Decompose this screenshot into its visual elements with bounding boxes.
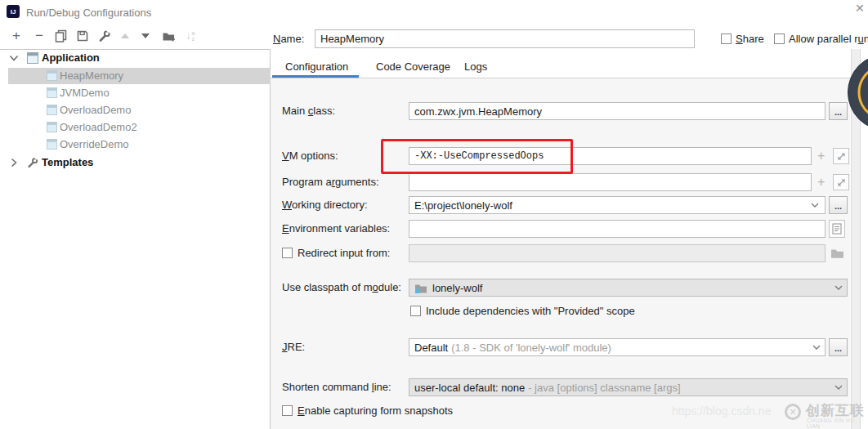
tree-item-overloaddemo[interactable]: OverloadDemo (0, 102, 271, 118)
tree-item-overloaddemo2[interactable]: OverloadDemo2 (0, 119, 271, 136)
enable-snapshots-checkbox[interactable] (282, 405, 293, 416)
jre-combobox[interactable]: Default (1.8 - SDK of 'lonely-wolf' modu… (409, 338, 825, 356)
redirect-input-field (409, 244, 825, 262)
working-directory-field[interactable]: E:\project\lonely-wolf (409, 196, 825, 214)
chevron-down-icon[interactable] (812, 345, 821, 351)
move-down-button[interactable] (136, 27, 154, 45)
tree-item-jvmdemo[interactable]: JVMDemo (0, 85, 271, 101)
jre-browse-button[interactable]: ... (829, 338, 848, 356)
wrench-icon (27, 157, 38, 168)
working-directory-browse-button[interactable]: ... (829, 196, 848, 214)
tree-group-application[interactable]: Application (0, 50, 271, 66)
module-icon (414, 283, 427, 293)
tree-item-heapmemory[interactable]: HeapMemory (8, 68, 271, 84)
triangle-down-icon (141, 34, 150, 38)
chevron-down-icon[interactable] (834, 285, 843, 291)
ellipsis-icon: ... (834, 346, 842, 351)
copy-icon (55, 29, 68, 42)
vm-options-add-icon[interactable]: + (817, 150, 825, 163)
program-arguments-field[interactable] (409, 173, 812, 191)
allow-parallel-run-label: Allow parallel run (789, 33, 868, 45)
environment-variables-label: Environment variables: (282, 220, 390, 238)
include-provided-label: Include dependencies with "Provided" sco… (426, 305, 635, 317)
application-config-icon (47, 87, 57, 98)
tree-item-overridedemo[interactable]: OverrideDemo (0, 136, 271, 153)
move-up-button[interactable] (116, 27, 134, 45)
main-class-field[interactable]: com.zwx.jvm.HeapMemory (409, 102, 825, 120)
shorten-command-line-label: Shorten command line: (282, 378, 391, 396)
progress-arc-icon (848, 55, 868, 130)
vm-options-label: VM options: (282, 147, 338, 165)
minus-icon: − (35, 28, 43, 44)
application-config-icon (47, 139, 57, 150)
folder-add-icon (162, 30, 177, 42)
program-arguments-expand-button[interactable] (833, 174, 849, 190)
jre-label: JRE: (282, 338, 305, 356)
environment-variables-field[interactable] (409, 220, 825, 238)
share-checkbox[interactable] (721, 34, 732, 44)
create-new-folder-button[interactable] (160, 27, 178, 45)
sort-configurations-button[interactable]: ↓ az (181, 27, 199, 45)
shorten-command-line-combobox[interactable]: user-local default: none - java [options… (409, 378, 848, 396)
name-input[interactable] (315, 29, 695, 48)
ellipsis-icon: ... (834, 110, 842, 114)
expand-icon (836, 177, 847, 188)
environment-variables-browse-button[interactable] (829, 220, 845, 238)
run-debug-configurations-dialog: IJ Run/Debug Configurations ✕ + − (0, 0, 868, 429)
redirect-input-label: Redirect input from: (298, 247, 390, 259)
add-button[interactable]: + (7, 27, 25, 45)
tab-configuration[interactable]: Configuration (285, 60, 348, 73)
intellij-logo-icon: IJ (7, 5, 20, 18)
expand-icon (836, 151, 847, 162)
overlay-circle-button[interactable] (848, 54, 868, 131)
ellipsis-icon: ... (834, 204, 842, 208)
chevron-down-icon[interactable] (834, 385, 843, 391)
vm-options-expand-button[interactable] (833, 148, 849, 164)
folder-icon (830, 248, 844, 258)
vm-options-field[interactable]: -XX:-UseCompressedOops (409, 147, 812, 165)
working-directory-label: Working directory: (282, 196, 368, 214)
program-arguments-label: Program arguments: (282, 173, 379, 191)
share-label: Share (736, 33, 764, 45)
list-icon (832, 223, 842, 235)
application-icon (27, 52, 38, 64)
include-provided-checkbox[interactable] (410, 306, 421, 316)
wrench-icon (98, 29, 111, 42)
copy-configuration-button[interactable] (52, 27, 70, 45)
module-combobox[interactable]: lonely-wolf (409, 279, 848, 297)
chevron-down-icon[interactable] (811, 203, 819, 208)
application-config-icon (47, 70, 57, 81)
plus-icon: + (12, 28, 20, 44)
active-tab-indicator (272, 75, 359, 78)
redirect-input-checkbox[interactable] (282, 248, 293, 258)
tree-group-templates[interactable]: Templates (0, 154, 271, 171)
module-classpath-label: Use classpath of module: (282, 279, 401, 297)
triangle-up-icon (121, 34, 129, 38)
program-arguments-add-icon[interactable]: + (817, 176, 825, 189)
save-icon (76, 29, 89, 42)
configurations-tree: Application HeapMemory JVMDemo OverloadD… (0, 49, 271, 429)
application-config-icon (47, 105, 57, 115)
allow-parallel-run-checkbox[interactable] (774, 34, 785, 44)
chevron-down-icon (9, 55, 19, 62)
main-class-label: Main class: (282, 102, 335, 120)
chevron-right-icon (11, 158, 18, 168)
sort-az-icon: ↓ az (186, 30, 195, 42)
name-label: Name: (273, 33, 304, 45)
save-configuration-button[interactable] (74, 27, 92, 45)
close-icon[interactable]: ✕ (855, 2, 865, 15)
edit-templates-button[interactable] (96, 27, 114, 45)
remove-button[interactable]: − (30, 27, 48, 45)
tab-code-coverage[interactable]: Code Coverage (376, 60, 450, 73)
enable-snapshots-label: Enable capturing form snapshots (298, 404, 453, 417)
main-class-browse-button[interactable]: ... (829, 102, 848, 120)
tab-logs[interactable]: Logs (464, 60, 487, 73)
dialog-title: Run/Debug Configurations (26, 7, 151, 19)
application-config-icon (47, 122, 57, 132)
